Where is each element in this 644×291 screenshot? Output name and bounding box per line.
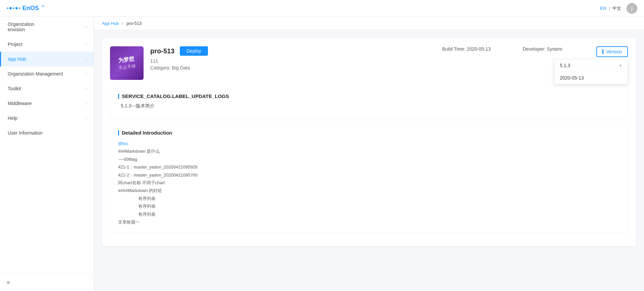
logo-suffix: ™ bbox=[41, 5, 45, 9]
chevron-icon-project: › bbox=[86, 42, 87, 47]
header-right: EN | 中文 j bbox=[600, 3, 637, 14]
version-section: Version 5.1.3 ∨ 2020-05-13 bbox=[596, 46, 628, 57]
chevron-icon-help: › bbox=[86, 116, 87, 120]
app-description: 111 bbox=[150, 58, 435, 64]
app-thumbnail: 为梦想 不止不休 bbox=[110, 46, 144, 80]
app-category: Category: Big Data bbox=[150, 65, 435, 70]
user-avatar[interactable]: j bbox=[627, 3, 637, 14]
version-dropdown-date-row: 2020-05-13 bbox=[554, 72, 628, 84]
developer-label: Developer: bbox=[523, 46, 545, 52]
detailed-intro-section: Detailed Introduction @toc ###Markdown 是… bbox=[110, 123, 628, 233]
breadcrumb-separator: / bbox=[122, 21, 123, 26]
breadcrumb: App Hub / pro-513 bbox=[94, 17, 644, 30]
intro-line-0: @toc bbox=[118, 140, 620, 147]
developer: Developer: System bbox=[523, 46, 590, 52]
main-layout: Organization envision › Project › App Hu… bbox=[0, 17, 644, 291]
intro-content: @toc ###Markdown 是什么 ----008tag 421-1：ma… bbox=[118, 140, 620, 226]
app-title-row: pro-513 Deploy bbox=[150, 46, 435, 56]
build-time: Build Time: 2020-05-13 bbox=[442, 46, 516, 52]
sidebar-item-org-envision[interactable]: Organization envision › bbox=[0, 17, 94, 37]
version-number: 5.1.3 bbox=[560, 63, 570, 68]
version-button-label: Version bbox=[606, 49, 622, 54]
version-button-bar bbox=[602, 49, 603, 54]
breadcrumb-app-hub[interactable]: App Hub bbox=[102, 21, 119, 26]
menu-icon: ≡ bbox=[7, 280, 10, 285]
sidebar-label-user-info: User Information bbox=[8, 130, 42, 136]
chevron-icon-toolkit: › bbox=[86, 86, 87, 91]
intro-line-8: 有序列表 bbox=[118, 202, 620, 210]
intro-line-4: 421-2：master_yadon_20200421095700 bbox=[118, 171, 620, 179]
intro-line-5: 同chart名称 不同子chart bbox=[118, 179, 620, 187]
chevron-icon-org-management: › bbox=[86, 71, 87, 76]
intro-line-7: 有序列表 bbox=[118, 195, 620, 202]
breadcrumb-current: pro-513 bbox=[126, 21, 142, 26]
detailed-intro-title-text: Detailed Introduction bbox=[122, 130, 172, 136]
intro-line-6: ####Markdown 的好处 bbox=[118, 187, 620, 194]
main-content: App Hub / pro-513 为梦想 不止不休 bbox=[94, 17, 644, 291]
update-logs-title: SERVICE_CATALOG.LABEL_UPDATE_LOGS bbox=[118, 93, 620, 99]
sidebar-label-org-management: Organization Management bbox=[8, 71, 63, 77]
sidebar-label-help: Help bbox=[8, 115, 17, 121]
section-title-bar-logs bbox=[118, 94, 119, 99]
developer-section: Developer: System bbox=[523, 46, 590, 52]
logo-dots bbox=[7, 7, 20, 9]
content-body: 为梦想 不止不休 pro-513 Deploy 111 Category: bbox=[94, 30, 644, 291]
sidebar-item-middleware[interactable]: Middleware › bbox=[0, 96, 94, 111]
app-card: 为梦想 不止不休 pro-513 Deploy 111 Category: bbox=[102, 38, 636, 246]
logo-dot-4 bbox=[15, 7, 18, 9]
category-label: Category: bbox=[150, 65, 171, 70]
section-title-bar-intro bbox=[118, 130, 119, 136]
chevron-icon-app-hub: › bbox=[86, 57, 87, 61]
intro-line-2: ----008tag bbox=[118, 155, 620, 163]
chevron-down-icon: ∨ bbox=[619, 63, 622, 68]
update-logs-title-text: SERVICE_CATALOG.LABEL_UPDATE_LOGS bbox=[122, 93, 229, 99]
detailed-intro-title: Detailed Introduction bbox=[118, 130, 620, 136]
chevron-icon-middleware: › bbox=[86, 101, 87, 106]
sidebar-item-org-management[interactable]: Organization Management › bbox=[0, 66, 94, 81]
sidebar-label-toolkit: Toolkit bbox=[8, 86, 21, 91]
sidebar-label-middleware: Middleware bbox=[8, 101, 32, 106]
sidebar-label-app-hub: App Hub bbox=[8, 56, 26, 62]
language-switcher[interactable]: EN | 中文 bbox=[600, 5, 621, 11]
logo-dot-3 bbox=[13, 7, 14, 9]
app-header-row: 为梦想 不止不休 pro-513 Deploy 111 Category: bbox=[110, 46, 628, 80]
sidebar-item-project[interactable]: Project › bbox=[0, 37, 94, 52]
logo: EnOS ™ bbox=[7, 5, 45, 12]
version-button[interactable]: Version bbox=[596, 46, 628, 57]
build-time-label: Build Time: bbox=[442, 46, 465, 52]
sidebar-collapse-button[interactable]: ≡ bbox=[0, 274, 94, 291]
sidebar-label-org-envision: Organization envision bbox=[8, 21, 34, 32]
logo-dot-1 bbox=[7, 7, 8, 9]
app-meta-section: Build Time: 2020-05-13 bbox=[442, 46, 516, 52]
intro-line-1: ###Markdown 是什么 bbox=[118, 147, 620, 155]
version-dropdown: 5.1.3 ∨ 2020-05-13 bbox=[554, 59, 628, 84]
category-value: Big Data bbox=[172, 65, 190, 70]
sidebar-item-user-info[interactable]: User Information bbox=[0, 126, 94, 140]
deploy-button[interactable]: Deploy bbox=[180, 46, 208, 56]
sidebar-item-app-hub[interactable]: App Hub › bbox=[0, 52, 94, 66]
build-time-value: 2020-05-13 bbox=[467, 46, 491, 52]
sidebar-item-help[interactable]: Help › bbox=[0, 111, 94, 126]
sidebar: Organization envision › Project › App Hu… bbox=[0, 17, 94, 291]
logo-text: EnOS bbox=[22, 5, 39, 12]
developer-value: System bbox=[547, 46, 562, 52]
logo-dot-2 bbox=[9, 7, 12, 9]
version-dropdown-version-row[interactable]: 5.1.3 ∨ bbox=[554, 59, 628, 72]
top-header: EnOS ™ EN | 中文 j bbox=[0, 0, 644, 17]
log-entry-0: 5.1.3---版本简介 bbox=[118, 103, 620, 109]
app-info: pro-513 Deploy 111 Category: Big Data bbox=[150, 46, 435, 70]
lang-zh-button[interactable]: 中文 bbox=[612, 6, 621, 11]
lang-separator: | bbox=[609, 6, 610, 11]
update-logs-section: SERVICE_CATALOG.LABEL_UPDATE_LOGS 5.1.3-… bbox=[110, 87, 628, 118]
sidebar-item-toolkit[interactable]: Toolkit › bbox=[0, 81, 94, 96]
lang-en-button[interactable]: EN bbox=[600, 6, 606, 11]
sidebar-label-project: Project bbox=[8, 42, 22, 47]
intro-line-10: 文章标题一 bbox=[118, 218, 620, 226]
intro-line-3: 421-1：master_yadon_20200421095926 bbox=[118, 163, 620, 171]
logo-dot-5 bbox=[19, 7, 20, 9]
intro-line-9: 有序列表 bbox=[118, 210, 620, 218]
version-date: 2020-05-13 bbox=[560, 75, 584, 81]
app-name: pro-513 bbox=[150, 47, 174, 55]
chevron-icon-org-envision: › bbox=[86, 25, 87, 29]
